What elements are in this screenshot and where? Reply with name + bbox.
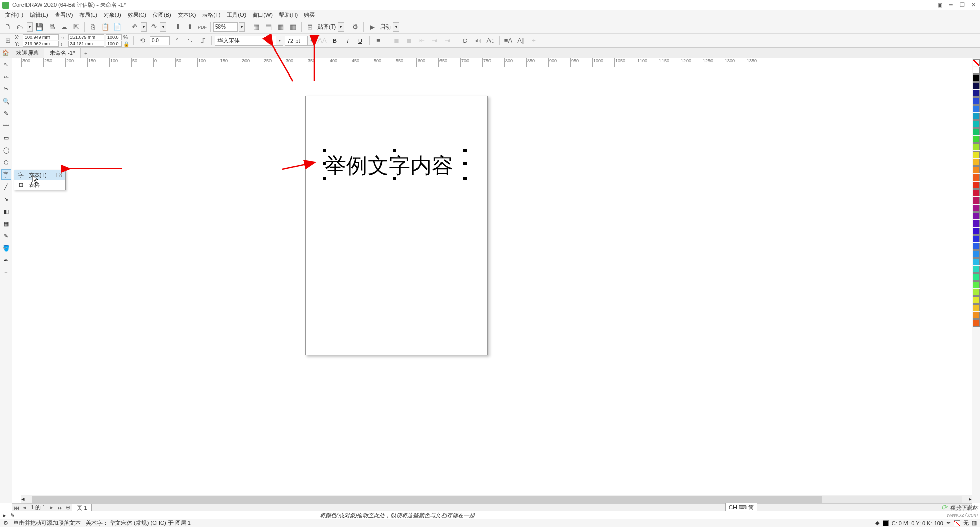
selection-handle[interactable] bbox=[463, 149, 467, 152]
scaley-input[interactable] bbox=[106, 41, 122, 47]
artistic-tool[interactable]: 〰 bbox=[1, 120, 11, 131]
list2-button[interactable]: ≣ bbox=[403, 36, 414, 46]
tab-welcome[interactable]: 欢迎屏幕 bbox=[11, 48, 44, 58]
menu-bitmap[interactable]: 位图(B) bbox=[150, 11, 175, 19]
underline-button[interactable]: U bbox=[355, 36, 366, 46]
page-next-button[interactable]: ▸ bbox=[47, 504, 56, 511]
color-swatch[interactable] bbox=[973, 105, 980, 112]
color-swatch[interactable] bbox=[973, 220, 980, 227]
texthoriz-button[interactable]: ≡A bbox=[503, 36, 514, 46]
selection-handle[interactable] bbox=[463, 177, 467, 180]
selection-handle[interactable] bbox=[393, 177, 396, 180]
ellipse-tool[interactable]: ◯ bbox=[1, 145, 11, 155]
selection-handle[interactable] bbox=[393, 149, 396, 152]
cloud-button[interactable]: ☁ bbox=[58, 22, 69, 32]
color-swatch[interactable] bbox=[973, 281, 980, 288]
launch-label[interactable]: 启动 bbox=[379, 23, 392, 31]
color-swatch[interactable] bbox=[973, 228, 980, 235]
snap-icon[interactable]: ⊞ bbox=[304, 22, 315, 32]
print-button[interactable]: 🖶 bbox=[46, 22, 57, 32]
open-button[interactable]: 🗁 bbox=[14, 22, 26, 32]
guides-button[interactable]: ▥ bbox=[287, 22, 299, 32]
snap-dropdown[interactable]: ▾ bbox=[338, 22, 344, 32]
color-swatch[interactable] bbox=[973, 143, 980, 150]
menu-table[interactable]: 表格(T) bbox=[199, 11, 224, 19]
color-swatch[interactable] bbox=[973, 243, 980, 250]
y-input[interactable] bbox=[23, 41, 59, 47]
presets-button[interactable]: ⊞ bbox=[2, 36, 13, 46]
variable-font-button[interactable]: AA bbox=[316, 36, 328, 46]
eyedropper-tool[interactable]: ✎ bbox=[1, 231, 11, 241]
menu-effects[interactable]: 效果(C) bbox=[125, 11, 150, 19]
hint-pen-icon[interactable]: ✎ bbox=[10, 512, 15, 519]
fill-tool[interactable]: 🪣 bbox=[1, 243, 11, 253]
angle-input[interactable] bbox=[150, 36, 170, 45]
mirror-v-button[interactable]: ⇵ bbox=[197, 36, 208, 46]
grid2-button[interactable]: ▦ bbox=[275, 22, 286, 32]
flyout-table-item[interactable]: ⊞ 表格 bbox=[14, 180, 65, 190]
fill-swatch-icon[interactable]: ◆ bbox=[875, 520, 879, 526]
menu-view[interactable]: 查看(V) bbox=[52, 11, 77, 19]
color-swatch[interactable] bbox=[973, 266, 980, 273]
text-tool[interactable]: 字 字 文本(T) F8 ⊞ 表格 bbox=[1, 169, 11, 180]
scalex-input[interactable] bbox=[106, 34, 122, 40]
color-swatch[interactable] bbox=[973, 136, 980, 143]
text-object[interactable]: 举例文字内容 bbox=[325, 152, 453, 180]
add-button[interactable]: + bbox=[528, 36, 540, 46]
launch-icon[interactable]: ▶ bbox=[366, 22, 378, 32]
crop-tool[interactable]: ✂ bbox=[1, 84, 11, 94]
horizontal-ruler[interactable]: 3002502001501005005010015020025030035040… bbox=[21, 58, 972, 67]
color-swatch[interactable] bbox=[973, 182, 980, 189]
shape-tool[interactable]: ⬰ bbox=[1, 71, 11, 82]
undo-dropdown[interactable]: ▾ bbox=[141, 22, 147, 32]
page-add-button[interactable]: ⊕ bbox=[64, 504, 72, 511]
rectangle-tool[interactable]: ▭ bbox=[1, 133, 11, 143]
gear-icon[interactable]: ⚙ bbox=[3, 520, 8, 526]
indent1-button[interactable]: ⇤ bbox=[416, 36, 427, 46]
tab-home-icon[interactable]: 🏠 bbox=[0, 49, 11, 56]
parallel-tool[interactable]: ╱ bbox=[1, 182, 11, 192]
color-swatch[interactable] bbox=[973, 174, 980, 181]
status-extra-icon[interactable]: ▥ bbox=[972, 520, 977, 526]
menu-layout[interactable]: 布局(L) bbox=[76, 11, 100, 19]
minimize-button[interactable]: ━ bbox=[946, 2, 955, 9]
options-button[interactable]: ⚙ bbox=[350, 22, 361, 32]
mirror-h-button[interactable]: ⇋ bbox=[184, 36, 195, 46]
launch-dropdown[interactable]: ▾ bbox=[393, 22, 399, 32]
color-swatch[interactable] bbox=[973, 250, 980, 258]
indent3-button[interactable]: ⇥ bbox=[442, 36, 453, 46]
add-tool[interactable]: + bbox=[1, 267, 11, 278]
menu-edit[interactable]: 编辑(E) bbox=[27, 11, 52, 19]
selection-handle[interactable] bbox=[463, 162, 467, 165]
color-swatch[interactable] bbox=[973, 296, 980, 304]
textvert-button[interactable]: A‖ bbox=[516, 36, 527, 46]
selection-handle[interactable] bbox=[323, 149, 326, 152]
zoom-dropdown[interactable]: ▾ bbox=[239, 22, 245, 32]
undo-button[interactable]: ↶ bbox=[129, 22, 140, 32]
grid1-button[interactable]: ▤ bbox=[263, 22, 274, 32]
color-swatch[interactable] bbox=[973, 189, 980, 196]
no-color-swatch[interactable] bbox=[973, 59, 980, 66]
fullscreen-button[interactable]: ▦ bbox=[251, 22, 262, 32]
flyout-text-item[interactable]: 字 文本(T) F8 bbox=[14, 170, 65, 180]
hint-arrow-icon[interactable]: ▸ bbox=[3, 512, 6, 519]
zoom-tool[interactable]: 🔍 bbox=[1, 96, 11, 106]
snap-label[interactable]: 贴齐(T) bbox=[316, 23, 337, 31]
paste-button[interactable]: 📋 bbox=[100, 22, 111, 32]
page-last-button[interactable]: ⏭ bbox=[56, 505, 64, 511]
freehand-tool[interactable]: ✎ bbox=[1, 108, 11, 118]
color-swatch[interactable] bbox=[973, 289, 980, 296]
color-swatch[interactable] bbox=[973, 128, 980, 135]
bold-button[interactable]: B bbox=[329, 36, 340, 46]
color-swatch[interactable] bbox=[973, 113, 980, 120]
copy-button[interactable]: ⎘ bbox=[87, 22, 99, 32]
canvas[interactable]: 举例文字内容 bbox=[21, 67, 972, 495]
redo-dropdown[interactable]: ▾ bbox=[160, 22, 166, 32]
color-swatch[interactable] bbox=[973, 258, 980, 265]
save-button[interactable]: 💾 bbox=[34, 22, 45, 32]
color-swatch[interactable] bbox=[973, 235, 980, 242]
import-button[interactable]: ⬇ bbox=[172, 22, 183, 32]
list1-button[interactable]: ≣ bbox=[390, 36, 402, 46]
align-button[interactable]: ≡ bbox=[373, 36, 384, 46]
color-swatch[interactable] bbox=[973, 159, 980, 166]
